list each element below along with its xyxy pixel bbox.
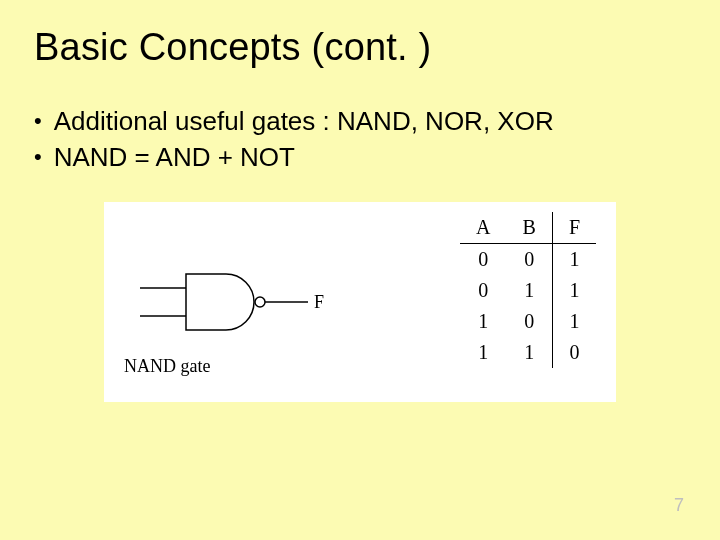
figure-panel: A B F NAND gate A B F 0 0 1 0 1 1 — [104, 202, 616, 402]
table-header: B — [507, 212, 553, 244]
bullet-item: • NAND = AND + NOT — [34, 139, 720, 175]
bullet-text: NAND = AND + NOT — [54, 139, 295, 175]
table-header: A — [460, 212, 506, 244]
page-number: 7 — [674, 495, 684, 516]
table-header-row: A B F — [460, 212, 596, 244]
table-row: 0 0 1 — [460, 243, 596, 275]
table-header: F — [552, 212, 596, 244]
bullet-icon: • — [34, 139, 42, 174]
svg-point-2 — [255, 297, 265, 307]
table-row: 1 0 1 — [460, 306, 596, 337]
table-row: 0 1 1 — [460, 275, 596, 306]
nand-gate-diagram: A B F NAND gate — [124, 238, 364, 368]
bullet-text: Additional useful gates : NAND, NOR, XOR — [54, 103, 554, 139]
gate-output-label: F — [314, 292, 324, 312]
bullet-item: • Additional useful gates : NAND, NOR, X… — [34, 103, 720, 139]
bullet-list: • Additional useful gates : NAND, NOR, X… — [34, 103, 720, 176]
truth-table: A B F 0 0 1 0 1 1 1 0 1 1 1 — [460, 212, 596, 368]
slide-title: Basic Concepts (cont. ) — [0, 0, 720, 69]
table-row: 1 1 0 — [460, 337, 596, 368]
gate-caption: NAND gate — [124, 356, 210, 377]
nand-gate-icon: A B F — [140, 260, 350, 350]
bullet-icon: • — [34, 103, 42, 138]
